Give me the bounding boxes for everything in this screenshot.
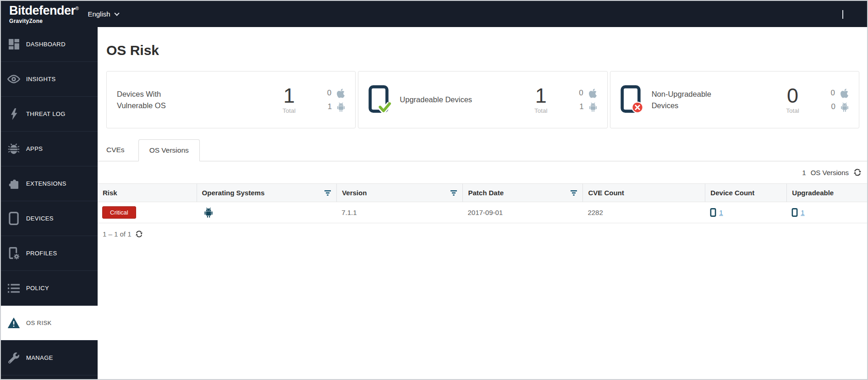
platform-breakdown: 0 1 bbox=[327, 88, 345, 112]
android-count: 0 bbox=[831, 102, 835, 111]
total-value: 0 bbox=[783, 85, 802, 106]
sidebar-item-manage[interactable]: MANAGE bbox=[1, 341, 98, 375]
warning-triangle-icon bbox=[6, 318, 21, 328]
list-icon bbox=[6, 284, 21, 293]
sidebar-item-label: INSIGHTS bbox=[26, 76, 56, 83]
column-header-version[interactable]: Version bbox=[337, 184, 463, 202]
sidebar-item-label: DEVICES bbox=[26, 215, 54, 222]
column-label: CVE Count bbox=[588, 189, 624, 197]
language-label: English bbox=[88, 10, 110, 18]
registered-mark: ® bbox=[76, 6, 79, 11]
language-selector[interactable]: English bbox=[88, 10, 118, 18]
brand-name: Bitdefender® bbox=[9, 5, 78, 17]
main-content: OS Risk Devices With Vulnerable OS 1 Tot… bbox=[98, 27, 867, 379]
card-upgradeable: Upgradeable Devices 1 Total 0 1 bbox=[358, 71, 607, 128]
device-x-icon bbox=[621, 85, 641, 115]
cve-count-cell: 2282 bbox=[583, 209, 705, 216]
summary-cards: Devices With Vulnerable OS 1 Total 0 1 bbox=[106, 71, 859, 128]
upgradeable-count-link[interactable]: 1 bbox=[801, 209, 804, 216]
result-count-label: OS Versions bbox=[811, 169, 849, 176]
device-check-icon bbox=[368, 85, 389, 115]
column-label: Upgradeable bbox=[792, 189, 834, 197]
android-icon bbox=[337, 102, 345, 112]
card-title: Upgradeable Devices bbox=[400, 94, 477, 105]
account-menu-toggle[interactable] bbox=[842, 10, 843, 18]
android-icon bbox=[589, 102, 597, 112]
apple-count: 0 bbox=[579, 88, 583, 98]
upgradeable-cell: 1 bbox=[787, 208, 867, 217]
chevron-down-icon bbox=[842, 10, 843, 19]
column-label: Device Count bbox=[710, 189, 754, 197]
app-window: Bitdefender® GravityZone English DASHBOA… bbox=[0, 0, 868, 380]
sidebar-item-dashboard[interactable]: DASHBOARD bbox=[1, 27, 98, 62]
sidebar-item-label: PROFILES bbox=[26, 250, 57, 257]
card-vulnerable-os: Devices With Vulnerable OS 1 Total 0 1 bbox=[106, 71, 356, 128]
sidebar-item-label: POLICY bbox=[26, 285, 49, 292]
sidebar-item-label: MANAGE bbox=[26, 354, 53, 361]
wrench-icon bbox=[6, 352, 21, 363]
filter-icon[interactable] bbox=[450, 190, 457, 196]
phone-icon bbox=[710, 208, 716, 217]
sidebar-item-insights[interactable]: INSIGHTS bbox=[1, 62, 98, 97]
tab-os-versions[interactable]: OS Versions bbox=[138, 139, 200, 161]
dashboard-icon bbox=[6, 39, 21, 50]
column-header-patch-date[interactable]: Patch Date bbox=[463, 184, 583, 202]
column-header-operating-systems[interactable]: Operating Systems bbox=[197, 184, 337, 202]
column-label: Patch Date bbox=[468, 189, 504, 197]
filter-icon[interactable] bbox=[324, 190, 331, 196]
apple-count-row: 0 bbox=[831, 88, 849, 99]
android-icon bbox=[841, 102, 849, 112]
column-header-cve-count[interactable]: CVE Count bbox=[583, 184, 705, 202]
table-meta: 1 OS Versions bbox=[98, 161, 867, 183]
column-label: Operating Systems bbox=[202, 189, 265, 197]
sidebar-item-label: EXTENSIONS bbox=[26, 180, 66, 187]
apple-count-row: 0 bbox=[579, 88, 597, 99]
total-label: Total bbox=[280, 107, 299, 114]
table-row: Critical 7.1.1 2017-09-01 2282 1 1 bbox=[98, 202, 867, 223]
bug-icon bbox=[6, 143, 21, 155]
apple-count: 0 bbox=[327, 88, 331, 98]
result-count: 1 bbox=[802, 169, 806, 176]
android-count-row: 1 bbox=[327, 102, 345, 112]
patch-date-cell: 2017-09-01 bbox=[463, 209, 583, 216]
column-label: Risk bbox=[103, 189, 117, 197]
risk-cell: Critical bbox=[98, 206, 197, 219]
device-count-link[interactable]: 1 bbox=[719, 209, 723, 216]
total-label: Total bbox=[783, 107, 802, 114]
android-count: 1 bbox=[579, 102, 583, 111]
tab-cves[interactable]: CVEs bbox=[106, 139, 138, 161]
table-header: Risk Operating Systems Version Patch Dat… bbox=[98, 183, 867, 202]
card-total: 1 Total bbox=[531, 85, 550, 114]
card-title: Non-Upgradeable Devices bbox=[652, 88, 729, 111]
sidebar-item-apps[interactable]: APPS bbox=[1, 132, 98, 166]
total-label: Total bbox=[531, 107, 550, 114]
apple-count-row: 0 bbox=[327, 88, 345, 99]
eye-icon bbox=[6, 75, 21, 83]
sidebar-item-devices[interactable]: DEVICES bbox=[1, 201, 98, 236]
sidebar-item-policy[interactable]: POLICY bbox=[1, 271, 98, 306]
topbar: Bitdefender® GravityZone English bbox=[1, 1, 867, 27]
android-count: 1 bbox=[328, 102, 332, 111]
sidebar-item-os-risk[interactable]: OS RISK bbox=[1, 306, 98, 341]
android-icon bbox=[204, 207, 213, 218]
sidebar-item-label: DASHBOARD bbox=[26, 41, 66, 48]
column-header-upgradeable[interactable]: Upgradeable bbox=[787, 184, 867, 202]
sidebar-item-extensions[interactable]: EXTENSIONS bbox=[1, 166, 98, 201]
filter-icon[interactable] bbox=[571, 190, 577, 196]
refresh-icon[interactable] bbox=[853, 168, 862, 176]
sidebar-item-profiles[interactable]: PROFILES bbox=[1, 236, 98, 271]
critical-badge: Critical bbox=[102, 206, 136, 219]
brand-subtitle: GravityZone bbox=[9, 18, 78, 24]
puzzle-icon bbox=[6, 178, 21, 189]
android-count-row: 1 bbox=[579, 102, 597, 112]
apple-icon bbox=[588, 88, 597, 99]
sidebar-item-threat-log[interactable]: THREAT LOG bbox=[1, 97, 98, 132]
apple-count: 0 bbox=[831, 88, 835, 98]
sidebar: DASHBOARD INSIGHTS THREAT LOG bbox=[1, 27, 98, 379]
column-header-device-count[interactable]: Device Count bbox=[705, 184, 787, 202]
chevron-down-icon bbox=[114, 11, 119, 16]
refresh-icon[interactable] bbox=[135, 230, 143, 238]
platform-breakdown: 0 1 bbox=[579, 88, 597, 112]
column-header-risk[interactable]: Risk bbox=[98, 184, 197, 202]
sidebar-item-label: OS RISK bbox=[26, 319, 52, 326]
